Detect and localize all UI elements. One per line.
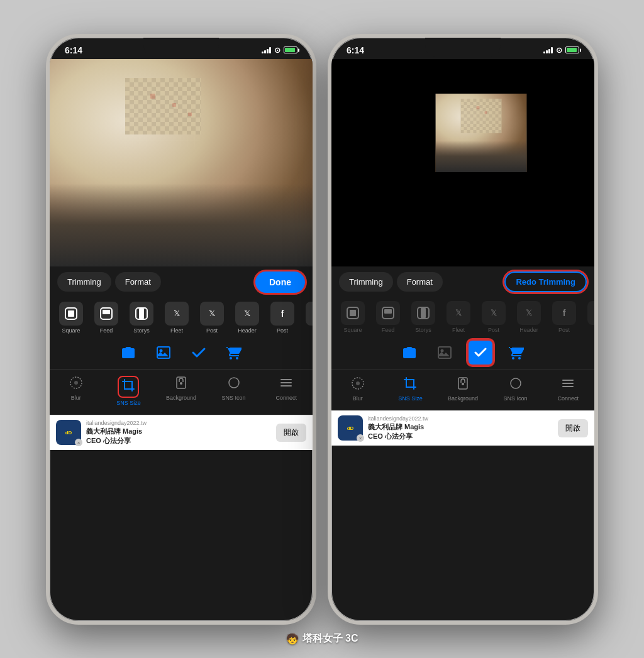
blur-icon-1 [69,376,83,393]
image-icon-1[interactable] [152,341,175,364]
background-icon-1 [174,376,188,393]
svg-rect-27 [562,380,574,381]
ad-title-2: 義大利品牌 MagisCEO 心法分享 [368,422,553,442]
checkmark-icon-1[interactable] [187,341,210,364]
sns-icon-icon-1 [227,376,241,393]
social-fleet-1[interactable]: 𝕏 Fleet [163,302,191,334]
social-header-2[interactable]: 𝕏 Header [515,301,543,333]
storys-label-1: Storys [133,327,150,334]
storys-icon-2 [411,301,435,325]
nav-sns-size-2[interactable]: SNS Size [384,373,437,405]
crop-icon-2 [403,376,417,393]
ad-open-button-1[interactable]: 開啟 [276,424,306,442]
storys-label-2: Storys [415,327,431,333]
sns-icon-icon-2 [509,376,523,393]
social-header-1[interactable]: 𝕏 Header [233,302,261,334]
done-button-1[interactable]: Done [255,271,305,293]
connect-icon-2 [561,376,575,393]
social-fb-post-1[interactable]: f Post [269,302,296,334]
fb-post-label-2: Post [558,327,570,333]
small-cat-image-2 [436,94,527,172]
volume-up-button-2 [328,154,329,192]
mid-toolbar-2 [331,336,594,370]
social-cr-1[interactable]: Cr Cr [304,302,313,334]
volume-down-button [46,200,47,238]
blur-label-2: Blur [353,395,363,402]
social-feed-2[interactable]: Feed [374,301,402,333]
camera-icon-1[interactable] [117,341,140,364]
nav-sns-icon-1[interactable]: SNS Icon [208,372,260,410]
social-post-1[interactable]: 𝕏 Post [198,302,226,334]
top-buttons-row-1: Trimming Format Done [50,271,313,293]
header-icon-2: 𝕏 [517,301,541,325]
svg-rect-14 [280,385,292,387]
svg-rect-6 [157,347,170,358]
header-icon-1: 𝕏 [235,302,259,326]
connect-label-1: Connect [275,395,297,401]
cr-icon-1: Cr [306,302,313,326]
nav-background-2[interactable]: Background [436,373,489,405]
trimming-button-2[interactable]: Trimming [339,272,393,292]
square-label-1: Square [62,327,80,334]
ad-text-1: italiandesignday2022.tw 義大利品牌 MagisCEO 心… [86,419,271,446]
social-fleet-2[interactable]: 𝕏 Fleet [445,301,472,333]
trimming-button-1[interactable]: Trimming [57,272,111,292]
nav-sns-icon-2[interactable]: SNS Icon [489,373,542,405]
svg-rect-20 [421,308,426,318]
nav-connect-1[interactable]: Connect [260,372,313,410]
image-icon-2[interactable] [433,341,456,364]
fleet-label-1: Fleet [170,327,183,334]
silent-switch-2 [328,126,329,146]
bottom-nav-2: Blur SNS Size [331,370,594,410]
storys-icon-1 [130,302,153,326]
sns-icon-label-1: SNS Icon [222,395,246,401]
checkmark-highlighted-icon-2[interactable] [469,341,492,365]
svg-rect-16 [350,310,356,316]
cart-icon-2[interactable] [505,341,528,364]
nav-background-1[interactable]: Background [155,372,208,410]
watermark-emoji: 🧒 [286,633,299,645]
connect-icon-1 [279,376,293,393]
status-bar-1: 6:14 ⊙ [50,38,313,59]
social-post2-2[interactable]: 𝕏 Post [480,301,508,333]
social-cr-2[interactable]: Cr Cr [586,301,594,333]
social-fb-post-2[interactable]: f Post [550,301,578,333]
silent-switch [46,126,47,146]
post-icon-1: 𝕏 [200,302,224,326]
post-label-1: Post [206,327,218,334]
fb-post-label-1: Post [277,327,288,334]
page-wrapper: 6:14 ⊙ [0,15,644,644]
ad-banner-1: dD × italiandesignday2022.tw 義大利品牌 Magis… [50,415,313,450]
bottom-nav-1: Blur SNS Size [50,369,313,415]
header-label-2: Header [519,327,538,333]
status-bar-2: 6:14 ⊙ [331,38,594,59]
nav-connect-2[interactable]: Connect [541,373,594,405]
feed-label-2: Feed [382,327,395,333]
watermark: 🧒 塔科女子 3C [286,632,358,645]
format-button-1[interactable]: Format [115,272,161,292]
fleet-label-2: Fleet [452,327,465,333]
nav-blur-2[interactable]: Blur [331,373,384,405]
nav-blur-1[interactable]: Blur [50,372,103,410]
volume-down-button-2 [328,200,329,238]
social-storys-2[interactable]: Storys [409,301,437,333]
nav-sns-size-1[interactable]: SNS Size [103,372,155,410]
social-storys-1[interactable]: Storys [128,302,155,334]
square-icon-2 [341,301,365,325]
header-label-1: Header [238,327,257,334]
cart-icon-1[interactable] [223,341,245,364]
social-square-2[interactable]: Square [339,301,367,333]
ad-close-icon-2[interactable]: × [357,434,364,442]
camera-icon-2[interactable] [398,341,421,364]
ad-close-icon-1[interactable]: × [75,439,82,446]
ad-open-button-2[interactable]: 開啟 [558,419,588,437]
status-time-1: 6:14 [65,45,82,55]
social-feed-1[interactable]: Feed [92,302,120,334]
format-button-2[interactable]: Format [397,272,443,292]
redo-trimming-button[interactable]: Redo Trimming [504,271,587,292]
svg-rect-28 [562,383,574,384]
social-square-1[interactable]: Square [57,302,85,334]
blur-icon-2 [351,376,365,393]
svg-rect-18 [384,309,392,314]
status-time-2: 6:14 [347,45,364,55]
